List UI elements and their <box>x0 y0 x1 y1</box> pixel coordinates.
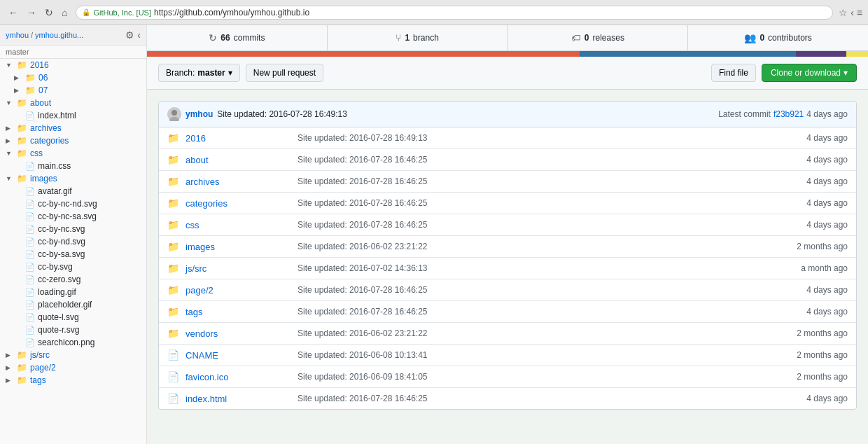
file-name-link[interactable]: tags <box>186 307 298 317</box>
tree-item[interactable]: ▶📁archives <box>0 122 146 134</box>
lock-icon: 🔒 <box>82 8 90 16</box>
file-name-link[interactable]: CNAME <box>186 350 298 361</box>
tree-item[interactable]: 📄avatar.gif <box>0 185 146 197</box>
new-pr-button[interactable]: New pull request <box>246 64 323 82</box>
latest-commit-label: Latest commit <box>718 109 771 119</box>
tree-item[interactable]: ▼📁css <box>0 147 146 160</box>
tree-item-label: 2016 <box>30 60 49 70</box>
find-file-button[interactable]: Find file <box>711 64 756 82</box>
tree-item[interactable]: 📄cc-zero.svg <box>0 273 146 286</box>
commit-author[interactable]: ymhou <box>186 109 213 119</box>
tree-item[interactable]: ▶📁page/2 <box>0 361 146 374</box>
file-commit-message: Site updated: 2016-07-28 16:46:25 <box>298 220 764 230</box>
tree-item-label: js/src <box>30 350 50 360</box>
file-commit-message: Site updated: 2016-07-28 16:49:13 <box>298 133 764 143</box>
file-name-link[interactable]: page/2 <box>186 285 298 296</box>
clone-dropdown-icon: ▾ <box>844 68 848 78</box>
forward-button[interactable]: → <box>24 6 39 20</box>
tree-item[interactable]: 📄cc-by-nc-sa.svg <box>0 210 146 223</box>
tree-item[interactable]: ▼📁2016 <box>0 59 146 71</box>
file-name-link[interactable]: images <box>186 242 298 252</box>
tree-item[interactable]: ▶📁categories <box>0 134 146 147</box>
tree-item[interactable]: 📄quote-r.svg <box>0 324 146 336</box>
tree-item[interactable]: 📄placeholder.gif <box>0 298 146 311</box>
settings-button[interactable]: ⚙ <box>125 29 134 41</box>
file-commit-message: Site updated: 2016-07-02 14:36:13 <box>298 263 764 273</box>
file-name-link[interactable]: about <box>186 155 298 165</box>
tree-item[interactable]: 📄cc-by-nc-nd.svg <box>0 197 146 210</box>
folder-icon: 📁 <box>17 350 27 360</box>
stats-bar: ↻ 66 commits ⑂ 1 branch 🏷 0 releases 👥 0… <box>147 25 868 51</box>
folder-icon: 📁 <box>17 98 27 108</box>
file-icon: 📄 <box>25 263 35 272</box>
tree-item-label: cc-by-nc-nd.svg <box>38 199 97 209</box>
releases-icon: 🏷 <box>571 32 581 43</box>
address-bar[interactable]: 🔒 GitHub, Inc. [US] https://github.com/y… <box>76 6 833 20</box>
back-nav-icon[interactable]: ‹ <box>850 7 854 18</box>
commit-hash[interactable]: f23b921 <box>774 109 804 119</box>
file-icon: 📄 <box>25 200 35 209</box>
file-time: 4 days ago <box>764 176 848 186</box>
tree-item-label: 07 <box>38 85 48 95</box>
tree-item[interactable]: 📄loading.gif <box>0 286 146 298</box>
sidebar: ymhou / ymhou.githu... ⚙ ‹ master ▼📁2016… <box>0 25 147 444</box>
file-name-link[interactable]: css <box>186 220 298 230</box>
tree-item[interactable]: 📄index.html <box>0 109 146 122</box>
tree-item[interactable]: 📄searchicon.png <box>0 336 146 349</box>
tree-item[interactable]: 📄cc-by-sa.svg <box>0 248 146 261</box>
branch-name: master <box>197 68 225 78</box>
home-button[interactable]: ⌂ <box>59 6 70 20</box>
branch-dropdown-icon: ▾ <box>228 68 232 78</box>
reload-button[interactable]: ↻ <box>42 6 56 20</box>
file-commit-message: Site updated: 2016-06-08 10:13:41 <box>298 350 764 360</box>
breadcrumb-repo[interactable]: ymhou.githu... <box>35 31 83 39</box>
folder-icon: 📁 <box>17 123 27 133</box>
menu-icon[interactable]: ≡ <box>857 7 862 18</box>
releases-stat[interactable]: 🏷 0 releases <box>508 25 689 50</box>
folder-icon: 📁 <box>17 60 27 70</box>
file-commit-message: Site updated: 2016-07-28 16:46:25 <box>298 176 764 186</box>
breadcrumb-user[interactable]: ymhou <box>6 31 29 39</box>
tree-item[interactable]: 📄main.css <box>0 160 146 172</box>
branch-button[interactable]: Branch: master ▾ <box>158 64 240 82</box>
tree-item-label: css <box>30 148 43 158</box>
back-button[interactable]: ← <box>6 6 21 20</box>
tree-item[interactable]: ▶📁06 <box>0 71 146 84</box>
file-time: 2 months ago <box>764 372 848 382</box>
tree-item[interactable]: ▼📁about <box>0 97 146 109</box>
file-name-link[interactable]: index.html <box>186 394 298 404</box>
file-rows: 📁2016Site updated: 2016-07-28 16:49:134 … <box>159 127 856 409</box>
table-row: 📁aboutSite updated: 2016-07-28 16:46:254… <box>159 149 856 171</box>
table-row: 📁vendorsSite updated: 2016-06-02 23:21:2… <box>159 323 856 345</box>
tree-item[interactable]: ▶📁tags <box>0 374 146 387</box>
tree-item[interactable]: ▶📁07 <box>0 84 146 97</box>
contributors-stat[interactable]: 👥 0 contributors <box>688 25 868 50</box>
file-name-link[interactable]: vendors <box>186 328 298 339</box>
tree-item[interactable]: 📄cc-by-nc.svg <box>0 223 146 235</box>
tree-item[interactable]: 📄cc-by-nd.svg <box>0 235 146 248</box>
file-name-link[interactable]: favicon.ico <box>186 372 298 382</box>
tree-toggle-icon: ▶ <box>6 364 14 371</box>
file-name-link[interactable]: 2016 <box>186 133 298 144</box>
commit-row: ymhou Site updated: 2016-07-28 16:49:13 … <box>159 102 856 127</box>
right-panel: ↻ 66 commits ⑂ 1 branch 🏷 0 releases 👥 0… <box>147 25 868 444</box>
toolbar-right: Find file Clone or download ▾ <box>711 64 857 82</box>
tree-item-label: avatar.gif <box>38 186 72 196</box>
file-time: 4 days ago <box>764 307 848 317</box>
table-row: 📁page/2Site updated: 2016-07-28 16:46:25… <box>159 279 856 301</box>
bookmark-icon[interactable]: ☆ <box>839 7 848 18</box>
file-commit-message: Site updated: 2016-06-09 18:41:05 <box>298 372 764 382</box>
commits-stat[interactable]: ↻ 66 commits <box>147 25 328 50</box>
commit-time: 4 days ago <box>806 109 848 119</box>
tree-item[interactable]: 📄cc-by.svg <box>0 261 146 273</box>
folder-icon: 📁 <box>167 197 181 209</box>
clone-button[interactable]: Clone or download ▾ <box>762 64 857 82</box>
file-name-link[interactable]: js/src <box>186 263 298 274</box>
file-name-link[interactable]: categories <box>186 198 298 209</box>
tree-item[interactable]: ▼📁images <box>0 172 146 185</box>
tree-item[interactable]: ▶📁js/src <box>0 349 146 361</box>
file-name-link[interactable]: archives <box>186 176 298 187</box>
tree-item[interactable]: 📄quote-l.svg <box>0 311 146 324</box>
branches-stat[interactable]: ⑂ 1 branch <box>328 25 508 50</box>
collapse-button[interactable]: ‹ <box>137 29 141 41</box>
